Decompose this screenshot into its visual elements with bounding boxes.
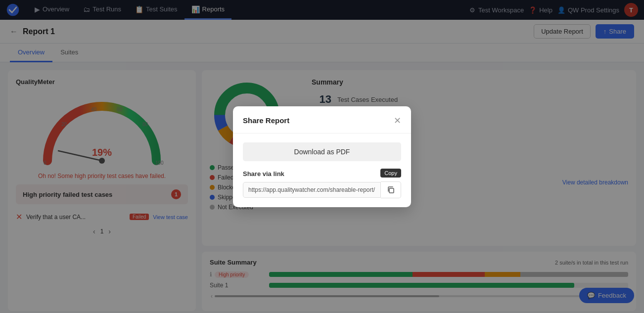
copy-tooltip: Copy [380, 169, 401, 178]
modal-header: Share Report ✕ [233, 106, 411, 134]
copy-button-wrap: Copy [381, 181, 401, 198]
modal-overlay: Share Report ✕ Download as PDF Share via… [0, 0, 644, 311]
copy-link-button[interactable] [381, 181, 401, 198]
svg-rect-15 [389, 188, 394, 193]
download-pdf-button[interactable]: Download as PDF [243, 142, 401, 161]
modal-body: Download as PDF Share via link Copy [233, 134, 411, 207]
modal-title: Share Report [243, 116, 289, 125]
share-link-input[interactable] [243, 182, 381, 198]
modal-close-button[interactable]: ✕ [394, 115, 401, 126]
share-report-modal: Share Report ✕ Download as PDF Share via… [233, 106, 411, 207]
share-link-label: Share via link [243, 170, 401, 178]
share-link-row: Copy [243, 181, 401, 198]
